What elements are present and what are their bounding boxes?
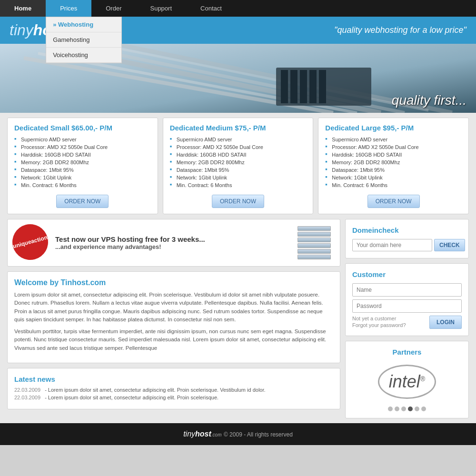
feature-item: Processor: AMD X2 5050e Dual Core <box>14 143 151 151</box>
unique-badge: unique action <box>9 220 52 264</box>
dot-6[interactable] <box>421 407 426 411</box>
dot-2[interactable] <box>395 407 399 411</box>
footer-copy: © 2009 - All rights reserved <box>224 431 293 438</box>
logo-tiny: tiny <box>10 21 33 39</box>
right-column: Domeincheck CHECK Customer Not yet a cus… <box>345 219 469 418</box>
check-button[interactable]: CHECK <box>434 239 465 251</box>
name-input[interactable] <box>352 283 462 297</box>
stack-item <box>298 255 331 259</box>
domain-check-title: Domeincheck <box>352 226 462 234</box>
feature-item: Harddisk: 160GB HDD SATAII <box>325 151 462 159</box>
domain-input-row: CHECK <box>352 239 462 251</box>
customer-box: Customer Not yet a customer Forgot your … <box>345 263 469 336</box>
vps-banner: unique action Test now our VPS hosting f… <box>7 219 340 267</box>
feature-item: Processor: AMD X2 5050e Dual Core <box>325 143 462 151</box>
dot-1[interactable] <box>388 407 393 411</box>
feature-item: Harddisk: 160GB HDD SATAII <box>14 151 151 159</box>
news-title: Latest news <box>14 375 333 383</box>
password-input[interactable] <box>352 299 462 313</box>
news-item-1: 22.03.2009 - Lorem ipsum dolor sit amet,… <box>14 387 333 393</box>
feature-item: Dataspace: 1Mbit 95% <box>325 166 462 174</box>
footer-logo: tinyhost.com <box>183 430 224 438</box>
dot-3[interactable] <box>401 407 406 411</box>
price-card-small-features: Supermicro AMD server Processor: AMD X2 … <box>14 136 151 189</box>
login-button[interactable]: LOGIN <box>429 316 462 329</box>
not-yet-customer[interactable]: Not yet a customer <box>352 316 406 321</box>
feature-item: Network: 1Gbit Uplink <box>170 174 307 181</box>
vps-headline: Test now our VPS hosting free for 3 week… <box>55 235 290 243</box>
feature-item: Min. Contract: 6 Months <box>170 181 307 189</box>
nav-order[interactable]: Order <box>91 0 136 17</box>
price-card-medium: Dedicated Medium $75,- P/M Supermicro AM… <box>163 118 314 214</box>
svg-rect-13 <box>319 70 326 103</box>
nav-home[interactable]: Home <box>0 0 46 17</box>
feature-item: Min. Contract: 6 Months <box>325 181 462 189</box>
main-nav: Home Prices » Webhosting Gamehosting Voi… <box>0 0 476 17</box>
partners-box: Partners intel® <box>345 341 469 418</box>
dropdown-webhosting[interactable]: » Webhosting <box>46 17 121 32</box>
site-footer: tinyhost.com © 2009 - All rights reserve… <box>0 423 476 445</box>
domain-input[interactable] <box>352 239 432 251</box>
vps-stack-graphic <box>295 226 333 259</box>
welcome-para1: Lorem ipsum dolor sit amet, consectetur … <box>14 291 333 324</box>
svg-rect-11 <box>300 70 307 103</box>
feature-item: Harddisk: 160GB HDD SATAII <box>170 151 307 159</box>
left-column: unique action Test now our VPS hosting f… <box>7 219 340 418</box>
header-tagline: "quality webhosting for a low price" <box>83 25 466 35</box>
order-large-button[interactable]: ORDER NOW <box>367 195 420 208</box>
prices-dropdown: » Webhosting Gamehosting Voicehosting <box>46 17 122 63</box>
feature-item: Memory: 2GB DDR2 800Mhz <box>170 159 307 166</box>
welcome-box: Welcome by Tinhost.com Lorem ipsum dolor… <box>7 271 340 363</box>
footer-logo-tiny: tiny <box>183 430 195 438</box>
news-date-2: 22.03.2009 <box>14 395 40 400</box>
badge-line1: unique <box>12 238 32 250</box>
welcome-title: Welcome by Tinhost.com <box>14 278 333 287</box>
price-card-small: Dedicated Small $65.00,- P/M Supermicro … <box>7 118 158 214</box>
hero-text: quality first... <box>392 93 466 108</box>
lower-row: unique action Test now our VPS hosting f… <box>7 219 469 418</box>
svg-rect-12 <box>309 70 317 103</box>
stack-item <box>298 243 331 248</box>
feature-item: Network: 1Gbit Uplink <box>325 174 462 181</box>
feature-item: Memory: 2GB DDR2 800Mhz <box>325 159 462 166</box>
news-date-1: 22.03.2009 <box>14 387 40 393</box>
news-box: Latest news 22.03.2009 - Lorem ipsum dol… <box>7 368 340 409</box>
price-card-large-title: Dedicated Large $95,- P/M <box>325 124 462 132</box>
forgot-password[interactable]: Forgot your password? <box>352 322 406 328</box>
footer-logo-com: .com <box>211 432 222 437</box>
order-medium-button[interactable]: ORDER NOW <box>212 195 264 208</box>
news-separator-2: - <box>45 395 48 400</box>
svg-rect-10 <box>290 70 298 103</box>
feature-item: Network: 1Gbit Uplink <box>14 174 151 181</box>
news-text-1: Lorem ipsum dolor sit amet, consectetur … <box>48 387 266 393</box>
dropdown-gamehosting[interactable]: Gamehosting <box>46 32 121 48</box>
nav-support[interactable]: Support <box>136 0 186 17</box>
news-text-2: Lorem ipsum dolor sit amet, consectetur … <box>48 395 218 400</box>
customer-links: Not yet a customer Forgot your password? <box>352 316 406 329</box>
badge-line2: action <box>30 234 49 245</box>
nav-contact[interactable]: Contact <box>186 0 236 17</box>
pricing-row: Dedicated Small $65.00,- P/M Supermicro … <box>7 118 469 214</box>
feature-item: Dataspace: 1Mbit 95% <box>170 166 307 174</box>
intel-logo: intel® <box>378 365 436 399</box>
intel-text: intel <box>389 372 420 391</box>
feature-item: Supermicro AMD server <box>325 136 462 143</box>
feature-item: Dataspace: 1Mbit 95% <box>14 166 151 174</box>
dropdown-voicehosting[interactable]: Voicehosting <box>46 48 121 63</box>
nav-prices[interactable]: Prices <box>46 0 91 17</box>
feature-item: Supermicro AMD server <box>170 136 307 143</box>
partners-title: Partners <box>352 348 462 356</box>
news-separator-1: - <box>45 387 48 393</box>
price-card-medium-features: Supermicro AMD server Processor: AMD X2 … <box>170 136 307 189</box>
partner-dots <box>352 407 462 411</box>
stack-item <box>298 249 331 254</box>
dot-4[interactable] <box>408 407 413 411</box>
price-card-large-features: Supermicro AMD server Processor: AMD X2 … <box>325 136 462 189</box>
dot-5[interactable] <box>415 407 419 411</box>
feature-item: Processor: AMD X2 5050e Dual Core <box>170 143 307 151</box>
order-small-button[interactable]: ORDER NOW <box>56 195 109 208</box>
customer-title: Customer <box>352 270 462 278</box>
price-card-small-title: Dedicated Small $65.00,- P/M <box>14 124 151 132</box>
domain-check-box: Domeincheck CHECK <box>345 219 469 258</box>
feature-item: Memory: 2GB DDR2 800Mhz <box>14 159 151 166</box>
